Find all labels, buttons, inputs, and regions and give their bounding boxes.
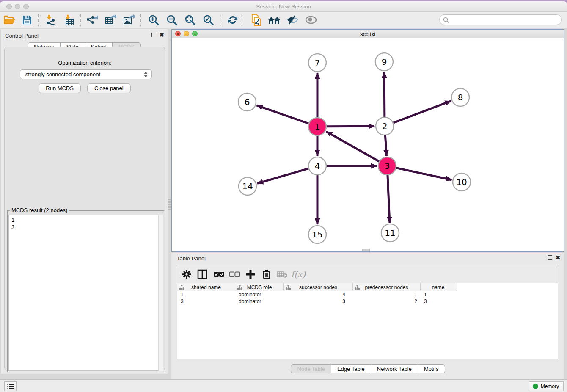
zoom-selected-icon[interactable]	[201, 14, 215, 26]
table-panel: Table Panel ✖	[171, 253, 564, 379]
optimization-criterion-label: Optimization criterion:	[5, 60, 165, 66]
column-header-mcds-role[interactable]: MCDS role	[235, 283, 284, 291]
close-panel-icon[interactable]: ✖	[160, 33, 164, 37]
toolbar-separator	[242, 14, 242, 26]
open-session-icon[interactable]	[2, 14, 17, 26]
attribute-icon	[179, 285, 184, 290]
cell-name[interactable]: 1	[421, 291, 456, 298]
cell-successor-nodes[interactable]: 4	[284, 291, 353, 298]
mcds-result-legend: MCDS result (2 nodes)	[10, 207, 69, 213]
edge-3-1[interactable]	[326, 132, 379, 161]
hide-style-icon[interactable]	[285, 14, 300, 26]
zoom-fit-icon[interactable]	[183, 14, 197, 26]
clone-network-icon[interactable]	[249, 14, 263, 26]
node-label-1: 1	[315, 121, 320, 132]
node-label-9: 9	[382, 57, 387, 67]
memory-label: Memory	[541, 384, 559, 389]
column-header-name[interactable]: name	[421, 283, 456, 291]
network-graph[interactable]: 7968124314101511	[172, 38, 564, 251]
apply-function-icon[interactable]: f(x)	[292, 268, 305, 281]
control-panel: Control Panel ✖ Network Style Select MCD…	[1, 29, 168, 374]
memory-button[interactable]: Memory	[529, 381, 564, 391]
task-history-button[interactable]	[4, 381, 17, 391]
tab-network-table[interactable]: Network Table	[371, 364, 418, 373]
zoom-in-icon[interactable]	[146, 14, 161, 26]
cell-mcds-role[interactable]: dominator	[235, 291, 284, 298]
table-row[interactable]: 3 dominator 3 2 3	[177, 298, 457, 305]
save-session-icon[interactable]	[20, 14, 34, 26]
import-table-icon[interactable]	[62, 14, 76, 26]
edge-1-6[interactable]	[257, 105, 309, 124]
canvas-splitter-handle[interactable]	[362, 249, 370, 251]
workspace: Control Panel ✖ Network Style Select MCD…	[0, 28, 567, 379]
node-label-6: 6	[245, 97, 250, 107]
chevron-up-down-icon	[143, 71, 148, 78]
column-header-successor-nodes[interactable]: successor nodes	[284, 283, 353, 291]
delete-table-icon[interactable]	[275, 268, 289, 281]
table-toolbar: f(x)	[177, 265, 558, 283]
mcds-result-text[interactable]: 1 3	[8, 215, 163, 371]
edge-2-8[interactable]	[394, 101, 451, 123]
app-window: Session: New Session	[0, 1, 567, 392]
edge-3-10[interactable]	[396, 168, 452, 180]
edge-1-2[interactable]	[327, 126, 374, 127]
node-label-15: 15	[312, 229, 322, 240]
close-table-panel-icon[interactable]: ✖	[556, 255, 560, 260]
tab-motifs[interactable]: Motifs	[418, 364, 445, 373]
cell-shared-name[interactable]: 3	[177, 298, 235, 305]
table-header: shared name MCDS role successor nodes pr…	[177, 283, 457, 291]
export-table-icon[interactable]	[103, 14, 118, 26]
result-scrollbar[interactable]	[158, 215, 163, 371]
attribute-icon	[286, 285, 291, 290]
table-settings-icon[interactable]	[180, 268, 193, 281]
panel-splitter-handle[interactable]	[168, 199, 171, 210]
network-window-title: scc.txt	[172, 31, 564, 37]
network-window-titlebar: × − + scc.txt	[172, 30, 564, 38]
search-input[interactable]	[439, 14, 562, 25]
show-all-networks-icon[interactable]	[267, 14, 281, 26]
cell-predecessor-nodes[interactable]: 2	[353, 298, 421, 305]
import-network-icon[interactable]	[43, 14, 58, 26]
edge-2-9[interactable]	[384, 72, 385, 117]
run-mcds-button[interactable]: Run MCDS	[39, 83, 81, 93]
float-panel-icon[interactable]	[151, 33, 156, 37]
edge-2-3[interactable]	[385, 135, 386, 156]
export-network-icon[interactable]	[85, 14, 99, 26]
node-label-2: 2	[382, 121, 388, 131]
attribute-icon	[237, 285, 242, 290]
toolbar-separator	[220, 14, 220, 26]
node-label-11: 11	[385, 228, 395, 238]
node-table-container: f(x) shared name MCDS role successor nod…	[177, 265, 558, 359]
cell-name[interactable]: 3	[421, 298, 456, 305]
select-all-rows-icon[interactable]	[212, 268, 226, 281]
column-header-predecessor-nodes[interactable]: predecessor nodes	[353, 283, 421, 291]
add-column-icon[interactable]	[244, 268, 257, 281]
apply-layout-icon[interactable]	[226, 14, 240, 26]
node-label-4: 4	[315, 161, 320, 171]
edge-4-14[interactable]	[257, 168, 308, 183]
cell-predecessor-nodes[interactable]: 1	[353, 291, 421, 298]
cell-mcds-role[interactable]: dominator	[235, 298, 284, 305]
mcds-result-box: MCDS result (2 nodes) 1 3	[7, 210, 164, 372]
split-panel-icon[interactable]	[195, 268, 209, 281]
show-graphics-details-icon[interactable]	[304, 14, 318, 26]
tab-node-table[interactable]: Node Table	[291, 364, 331, 373]
control-panel-title: Control Panel	[5, 33, 39, 39]
float-table-panel-icon[interactable]	[548, 255, 552, 260]
node-label-14: 14	[242, 181, 253, 191]
cell-successor-nodes[interactable]: 3	[284, 298, 353, 305]
cell-shared-name[interactable]: 1	[177, 291, 235, 298]
delete-columns-icon[interactable]	[260, 268, 273, 281]
table-row[interactable]: 1 dominator 4 1 1	[177, 291, 457, 298]
deselect-all-rows-icon[interactable]	[228, 268, 241, 281]
tab-edge-table[interactable]: Edge Table	[331, 364, 371, 373]
toolbar-separator	[38, 14, 39, 26]
close-panel-button[interactable]: Close panel	[87, 83, 131, 93]
column-header-shared-name[interactable]: shared name	[177, 283, 235, 291]
network-canvas[interactable]: 7968124314101511	[172, 38, 564, 251]
export-image-icon[interactable]	[122, 14, 136, 26]
zoom-out-icon[interactable]	[165, 14, 179, 26]
edge-3-11[interactable]	[388, 175, 390, 223]
memory-status-icon	[533, 384, 538, 389]
optimization-criterion-select[interactable]: strongly connected component	[20, 69, 152, 79]
